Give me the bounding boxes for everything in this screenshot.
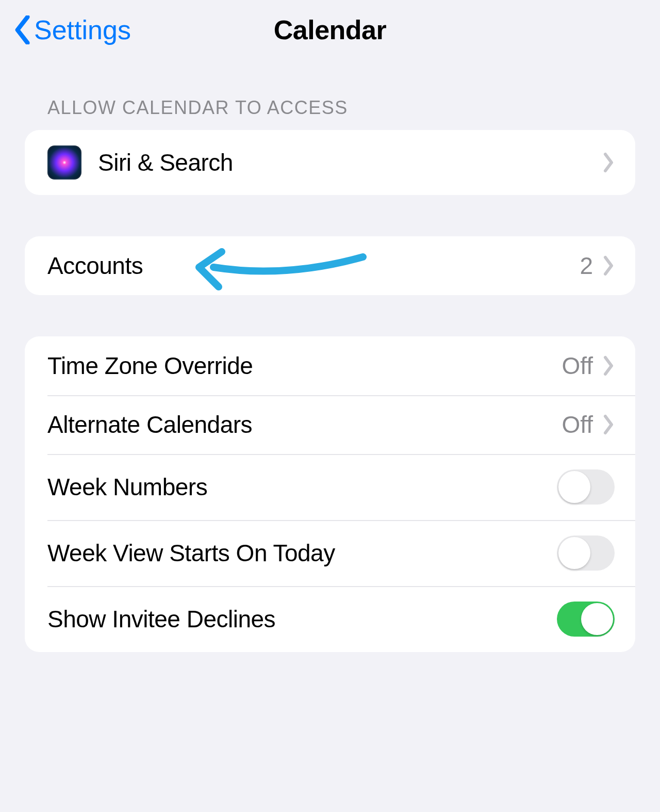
group-accounts: Accounts 2 xyxy=(25,236,635,295)
row-label: Week View Starts On Today xyxy=(47,539,557,567)
row-show-invitee-declines[interactable]: Show Invitee Declines xyxy=(25,586,635,652)
row-label: Alternate Calendars xyxy=(47,411,562,439)
row-label: Accounts xyxy=(47,252,580,280)
chevron-right-icon xyxy=(602,152,615,173)
page-title: Calendar xyxy=(274,14,387,45)
row-week-numbers[interactable]: Week Numbers xyxy=(25,454,635,520)
row-value: 2 xyxy=(580,252,593,280)
row-label: Time Zone Override xyxy=(47,352,562,380)
row-alternate-calendars[interactable]: Alternate Calendars Off xyxy=(25,395,635,454)
toggle-week-numbers[interactable] xyxy=(557,469,615,505)
row-siri-search[interactable]: Siri & Search xyxy=(25,130,635,195)
chevron-right-icon xyxy=(602,414,615,435)
group-access: Siri & Search xyxy=(25,130,635,195)
chevron-right-icon xyxy=(602,355,615,376)
row-week-view-starts-today[interactable]: Week View Starts On Today xyxy=(25,520,635,586)
row-accounts[interactable]: Accounts 2 xyxy=(25,236,635,295)
row-time-zone-override[interactable]: Time Zone Override Off xyxy=(25,336,635,395)
row-label: Show Invitee Declines xyxy=(47,605,557,633)
group-calendar-options: Time Zone Override Off Alternate Calenda… xyxy=(25,336,635,652)
chevron-right-icon xyxy=(602,255,615,276)
row-label: Siri & Search xyxy=(98,149,602,176)
toggle-week-view-starts-today[interactable] xyxy=(557,535,615,571)
row-value: Off xyxy=(562,352,593,380)
back-label: Settings xyxy=(34,14,131,45)
chevron-left-icon xyxy=(14,15,32,44)
section-header-access: ALLOW CALENDAR TO ACCESS xyxy=(0,66,660,130)
row-value: Off xyxy=(562,411,593,439)
toggle-show-invitee-declines[interactable] xyxy=(557,602,615,637)
siri-icon xyxy=(47,145,81,180)
row-label: Week Numbers xyxy=(47,473,557,501)
back-button[interactable]: Settings xyxy=(14,14,131,45)
nav-bar: Settings Calendar xyxy=(0,0,660,66)
